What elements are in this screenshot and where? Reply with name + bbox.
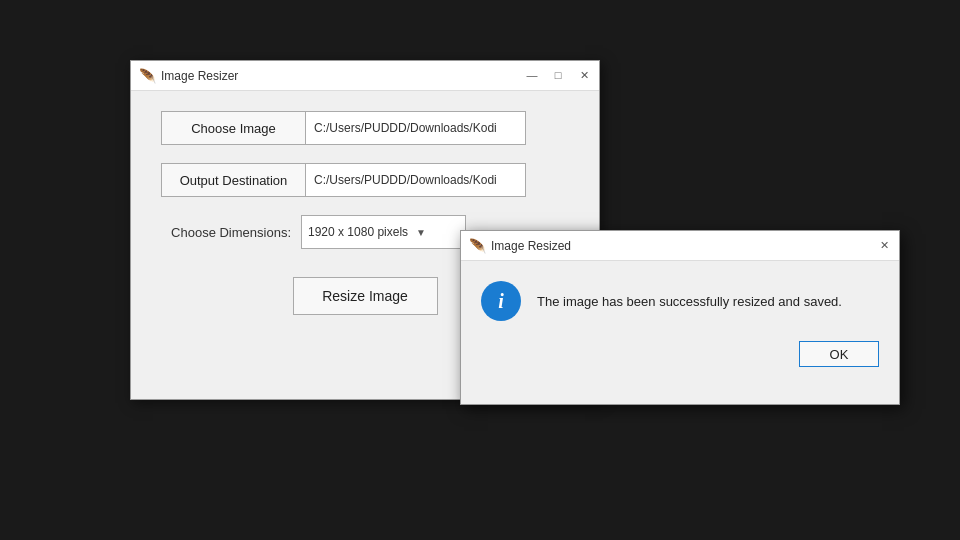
dialog-message: The image has been successfully resized … — [537, 294, 842, 309]
dialog-message-row: i The image has been successfully resize… — [481, 281, 879, 321]
dimensions-select[interactable]: 1920 x 1080 pixels ▼ — [301, 215, 466, 249]
dialog-close-button[interactable]: ✕ — [877, 240, 891, 251]
dialog-title-bar: 🪶 Image Resized ✕ — [461, 231, 899, 261]
output-destination-button[interactable]: Output Destination — [161, 163, 306, 197]
choose-image-button[interactable]: Choose Image — [161, 111, 306, 145]
main-window-icon: 🪶 — [139, 68, 155, 84]
maximize-button[interactable]: □ — [551, 70, 565, 81]
choose-image-path: C:/Users/PUDDD/Downloads/Kodi — [306, 111, 526, 145]
close-button[interactable]: ✕ — [577, 70, 591, 81]
desktop: 🪶 Image Resizer — □ ✕ Choose Image C:/Us… — [0, 0, 960, 540]
dialog-window: 🪶 Image Resized ✕ i The image has been s… — [460, 230, 900, 405]
main-window-title: Image Resizer — [161, 69, 525, 83]
dropdown-arrow-icon: ▼ — [416, 227, 426, 238]
output-destination-path: C:/Users/PUDDD/Downloads/Kodi — [306, 163, 526, 197]
resize-image-button[interactable]: Resize Image — [293, 277, 438, 315]
dialog-window-controls: ✕ — [877, 240, 891, 251]
dialog-window-title: Image Resized — [491, 239, 877, 253]
choose-image-row: Choose Image C:/Users/PUDDD/Downloads/Ko… — [161, 111, 569, 145]
info-icon-letter: i — [498, 290, 504, 313]
dimensions-value: 1920 x 1080 pixels — [308, 225, 408, 239]
minimize-button[interactable]: — — [525, 70, 539, 81]
dialog-buttons: OK — [481, 341, 879, 367]
output-destination-row: Output Destination C:/Users/PUDDD/Downlo… — [161, 163, 569, 197]
dialog-window-icon: 🪶 — [469, 238, 485, 254]
dimensions-label: Choose Dimensions: — [161, 225, 291, 240]
ok-button[interactable]: OK — [799, 341, 879, 367]
window-controls: — □ ✕ — [525, 70, 591, 81]
info-icon: i — [481, 281, 521, 321]
main-title-bar: 🪶 Image Resizer — □ ✕ — [131, 61, 599, 91]
dialog-content: i The image has been successfully resize… — [461, 261, 899, 382]
